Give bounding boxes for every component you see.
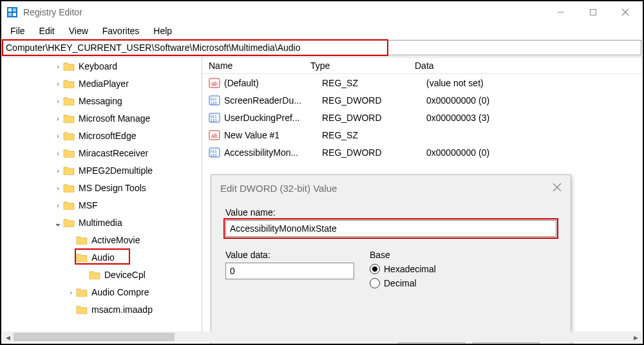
value-row[interactable]: abNew Value #1REG_SZ	[202, 126, 643, 144]
value-type: REG_SZ	[322, 78, 426, 88]
radio-circle-icon	[370, 278, 380, 288]
chevron-right-icon[interactable]: ›	[53, 184, 63, 192]
menu-file[interactable]: File	[4, 24, 32, 37]
value-data: (value not set)	[426, 78, 643, 88]
tree-item-label: Keyboard	[79, 61, 117, 71]
menu-edit[interactable]: Edit	[33, 24, 61, 37]
value-data-input[interactable]	[225, 263, 354, 279]
col-type[interactable]: Type	[310, 61, 415, 71]
radio-dec-label: Decimal	[384, 278, 417, 288]
value-row[interactable]: 011110AccessibilityMon...REG_DWORD0x0000…	[202, 144, 643, 161]
radio-hex-label: Hexadecimal	[384, 264, 436, 274]
dialog-close-icon[interactable]	[553, 183, 562, 194]
menubar: File Edit View Favorites Help	[1, 23, 643, 40]
value-row[interactable]: 011110ScreenReaderDu...REG_DWORD0x000000…	[202, 91, 643, 109]
svg-text:110: 110	[211, 153, 218, 157]
chevron-right-icon[interactable]: ›	[66, 288, 76, 296]
folder-icon	[76, 287, 88, 297]
radio-decimal[interactable]: Decimal	[370, 278, 556, 288]
chevron-right-icon[interactable]: ›	[53, 132, 63, 140]
tree-item[interactable]: ⌄Multimedia	[1, 214, 202, 231]
dialog-title-text: Edit DWORD (32-bit) Value	[220, 183, 337, 194]
folder-icon	[76, 235, 88, 245]
tree-item[interactable]: ›Keyboard	[1, 57, 202, 75]
regedit-icon	[6, 6, 18, 18]
dialog-titlebar: Edit DWORD (32-bit) Value	[211, 175, 571, 201]
svg-rect-3	[8, 13, 12, 16]
chevron-right-icon[interactable]: ›	[53, 149, 63, 157]
tree-item[interactable]: ›Audio Compre	[1, 283, 202, 301]
folder-icon	[63, 113, 75, 123]
col-data[interactable]: Data	[415, 61, 643, 71]
radio-hexadecimal[interactable]: Hexadecimal	[370, 264, 556, 274]
folder-icon	[76, 252, 88, 262]
scroll-left-icon[interactable]: ◂	[3, 331, 14, 342]
folder-icon	[63, 148, 75, 158]
value-name: ScreenReaderDu...	[224, 95, 322, 106]
scroll-right-icon[interactable]: ▸	[630, 331, 641, 342]
menu-view[interactable]: View	[62, 24, 95, 37]
svg-text:110: 110	[211, 101, 218, 105]
tree-item-label: Audio	[91, 252, 115, 263]
horizontal-scrollbar[interactable]: ◂ ▸	[3, 331, 641, 342]
edit-dword-dialog: Edit DWORD (32-bit) Value Value name: Va…	[211, 174, 571, 345]
value-name-label: Value name:	[225, 207, 556, 218]
tree-item[interactable]: ›MSF	[1, 196, 202, 214]
value-row[interactable]: 011110UserDuckingPref...REG_DWORD0x00000…	[202, 109, 643, 126]
tree-item[interactable]: ›MS Design Tools	[1, 179, 202, 196]
tree-item[interactable]: ›Messaging	[1, 92, 202, 109]
tree-item-label: DeviceCpl	[104, 270, 146, 280]
tree-item-label: MicrosoftEdge	[79, 131, 136, 141]
tree-item[interactable]: ActiveMovie	[1, 231, 202, 248]
tree-item-label: MSF	[79, 200, 98, 210]
maximize-button[interactable]	[578, 3, 608, 22]
svg-text:110: 110	[211, 118, 218, 122]
address-bar[interactable]: Computer\HKEY_CURRENT_USER\Software\Micr…	[3, 40, 641, 55]
tree-item-label: ActiveMovie	[91, 235, 140, 245]
dword-value-icon: 011110	[209, 147, 220, 158]
tree-item[interactable]: DeviceCpl	[1, 266, 202, 283]
close-button[interactable]	[611, 3, 640, 22]
chevron-right-icon[interactable]: ›	[53, 115, 63, 122]
chevron-right-icon[interactable]: ›	[53, 167, 63, 174]
minimize-button[interactable]	[546, 3, 576, 22]
scroll-thumb[interactable]	[14, 333, 175, 341]
value-type: REG_DWORD	[322, 147, 426, 158]
value-row[interactable]: ab(Default)REG_SZ(value not set)	[202, 74, 643, 91]
value-name: UserDuckingPref...	[224, 113, 322, 123]
svg-rect-6	[591, 10, 596, 15]
tree-item-label: msacm.imaadp	[91, 304, 153, 315]
dword-value-icon: 011110	[209, 95, 220, 106]
tree-item-label: Microsoft Manage	[79, 113, 150, 124]
chevron-right-icon[interactable]: ›	[53, 97, 63, 105]
titlebar: Registry Editor	[1, 1, 643, 23]
tree-item[interactable]: msacm.imaadp	[1, 301, 202, 318]
scroll-track[interactable]	[14, 331, 630, 342]
tree-item[interactable]: ›MicrosoftEdge	[1, 127, 202, 144]
col-name[interactable]: Name	[202, 61, 310, 71]
folder-icon	[63, 96, 75, 106]
chevron-right-icon[interactable]: ›	[53, 80, 63, 88]
tree-item[interactable]: Audio	[1, 248, 202, 266]
value-name-input[interactable]	[225, 220, 556, 237]
folder-icon	[76, 304, 88, 314]
tree-item-label: MS Design Tools	[79, 183, 146, 193]
tree-item[interactable]: ›MPEG2Demultiple	[1, 162, 202, 179]
menu-help[interactable]: Help	[147, 24, 178, 37]
tree-pane[interactable]: ›Keyboard›MediaPlayer›Messaging›Microsof…	[1, 57, 202, 333]
chevron-right-icon[interactable]: ›	[53, 62, 63, 70]
folder-icon	[63, 79, 75, 88]
folder-icon	[63, 165, 75, 175]
tree-item[interactable]: ›MediaPlayer	[1, 75, 202, 92]
ok-button[interactable]: OK	[398, 342, 465, 345]
menu-favorites[interactable]: Favorites	[96, 24, 146, 37]
folder-icon	[63, 61, 75, 71]
tree-item-label: MPEG2Demultiple	[79, 165, 153, 176]
window-buttons	[546, 3, 640, 22]
chevron-right-icon[interactable]: ›	[53, 201, 63, 209]
chevron-down-icon[interactable]: ⌄	[53, 218, 63, 228]
cancel-button[interactable]: Cancel	[473, 342, 540, 345]
tree-item[interactable]: ›MiracastReceiver	[1, 144, 202, 162]
tree-item[interactable]: ›Microsoft Manage	[1, 109, 202, 127]
svg-text:ab: ab	[211, 133, 218, 139]
